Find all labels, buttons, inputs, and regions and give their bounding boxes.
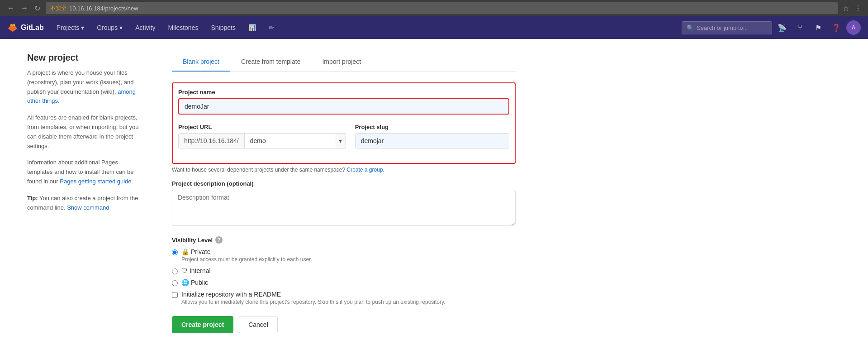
- help-icon: ❓: [832, 24, 841, 32]
- namespace-hint: Want to house several dependent projects…: [172, 167, 516, 173]
- visibility-label: Visibility Level ?: [172, 236, 516, 244]
- forward-button[interactable]: →: [19, 3, 30, 13]
- merge-requests-button[interactable]: ⑂: [792, 19, 808, 36]
- globe-icon: 🌐: [181, 279, 189, 286]
- address-bar[interactable]: 不安全 10.16.16.184/projects/new: [46, 2, 838, 14]
- visibility-internal-content: 🛡 Internal: [181, 267, 211, 274]
- readme-desc: Allows you to immediately clone this pro…: [181, 299, 445, 305]
- issues-button[interactable]: ⚑: [810, 19, 826, 36]
- visibility-public-label: 🌐 Public: [181, 279, 208, 286]
- avatar-initials: A: [852, 24, 855, 31]
- action-buttons: Create project Cancel: [172, 316, 516, 333]
- security-warning: 不安全: [50, 5, 66, 12]
- url-slug-row: Project URL http://10.16.16.184/ ▾ Proje…: [178, 124, 509, 158]
- shield-icon: 🛡: [181, 267, 188, 274]
- project-slug-input[interactable]: [355, 133, 509, 149]
- visibility-private: 🔒 Private Project access must be granted…: [172, 248, 516, 263]
- nav-projects-label: Projects: [57, 24, 80, 31]
- main-content: New project A project is where you house…: [0, 39, 868, 345]
- sidebar-description-1: A project is where you house your files …: [27, 68, 145, 106]
- readme-checkbox-row: Initialize repository with a README Allo…: [172, 291, 516, 305]
- create-group-link[interactable]: Create a group.: [346, 167, 384, 173]
- visibility-private-radio[interactable]: [172, 249, 178, 255]
- user-avatar[interactable]: A: [846, 20, 861, 35]
- gitlab-logo[interactable]: GitLab: [7, 22, 44, 33]
- visibility-public-radio[interactable]: [172, 280, 178, 286]
- nav-milestones[interactable]: Milestones: [163, 16, 204, 39]
- merge-icon: ⑂: [798, 24, 802, 32]
- lock-icon: 🔒: [181, 248, 189, 255]
- visibility-internal-radio[interactable]: [172, 268, 178, 274]
- namespace-dropdown[interactable]: ▾: [335, 133, 346, 149]
- tab-bar: Blank project Create from template Impor…: [172, 53, 516, 72]
- show-command-link[interactable]: Show command: [67, 204, 109, 211]
- visibility-internal-label: 🛡 Internal: [181, 267, 211, 274]
- extensions-button[interactable]: ⋮: [854, 3, 863, 14]
- description-input[interactable]: [172, 190, 516, 226]
- cancel-button[interactable]: Cancel: [239, 316, 278, 333]
- url-prefix: http://10.16.16.184/: [178, 133, 244, 149]
- create-project-button[interactable]: Create project: [172, 316, 233, 333]
- nav-groups-label: Groups: [97, 24, 118, 31]
- browser-actions: ☆ ⋮: [842, 3, 863, 14]
- nav-groups[interactable]: Groups ▾: [91, 16, 128, 39]
- left-sidebar: New project A project is where you house…: [27, 53, 145, 333]
- project-name-input[interactable]: [178, 98, 509, 115]
- tip-prefix: Tip:: [27, 195, 38, 201]
- visibility-private-desc: Project access must be granted explicitl…: [181, 256, 312, 263]
- tab-create-from-template[interactable]: Create from template: [230, 53, 312, 72]
- search-box[interactable]: 🔍 Search or jump to...: [682, 21, 772, 34]
- nav-snippets-label: Snippets: [211, 24, 235, 31]
- edit-icon: ✏: [269, 24, 274, 31]
- visibility-private-label: 🔒 Private: [181, 248, 312, 255]
- tab-blank-project[interactable]: Blank project: [172, 53, 230, 72]
- pages-guide-link[interactable]: Pages getting started guide: [60, 178, 131, 185]
- readme-checkbox[interactable]: [172, 292, 178, 298]
- gitlab-logo-text: GitLab: [21, 24, 44, 32]
- project-slug-label: Project slug: [355, 124, 509, 130]
- nav-right-actions: 🔍 Search or jump to... 📡 ⑂ ⚑ ❓ A: [682, 19, 861, 36]
- reload-button[interactable]: ↻: [33, 3, 42, 14]
- nav-activity[interactable]: Activity: [130, 16, 161, 39]
- highlighted-section: Project name Project URL http://10.16.16…: [172, 82, 516, 164]
- url-text: 10.16.16.184/projects/new: [69, 5, 138, 12]
- visibility-private-content: 🔒 Private Project access must be granted…: [181, 248, 312, 263]
- visibility-help-icon[interactable]: ?: [215, 236, 223, 244]
- visibility-public-content: 🌐 Public: [181, 279, 208, 286]
- back-button[interactable]: ←: [5, 3, 16, 13]
- url-namespace-input[interactable]: [244, 133, 335, 149]
- search-icon: 🔍: [687, 24, 694, 31]
- url-row: http://10.16.16.184/ ▾: [178, 133, 346, 149]
- sidebar-tip: Tip: You can also create a project from …: [27, 194, 145, 213]
- description-label: Project description (optional): [172, 180, 516, 187]
- search-placeholder: Search or jump to...: [697, 24, 748, 31]
- nav-edit[interactable]: ✏: [263, 16, 280, 39]
- nav-milestones-label: Milestones: [168, 24, 199, 31]
- tab-import-project[interactable]: Import project: [311, 53, 372, 72]
- browser-chrome: ← → ↻ 不安全 10.16.16.184/projects/new ☆ ⋮: [0, 0, 868, 16]
- nav-snippets[interactable]: Snippets: [205, 16, 241, 39]
- bookmark-button[interactable]: ☆: [842, 3, 850, 14]
- visibility-public: 🌐 Public: [172, 279, 516, 286]
- broadcast-icon: 📡: [778, 24, 787, 32]
- projects-dropdown-icon: ▾: [81, 24, 84, 31]
- analytics-icon: 📊: [248, 24, 256, 31]
- sidebar-description-3: Information about additional Pages templ…: [27, 158, 145, 186]
- nav-projects[interactable]: Projects ▾: [51, 16, 90, 39]
- project-name-group: Project name: [178, 89, 509, 115]
- visibility-section: Visibility Level ? 🔒 Private Project acc…: [172, 236, 516, 286]
- sidebar-description-2: All features are enabled for blank proje…: [27, 113, 145, 151]
- help-button[interactable]: ❓: [828, 19, 844, 36]
- browser-nav-buttons: ← → ↻: [5, 3, 42, 14]
- project-url-group: Project URL http://10.16.16.184/ ▾: [178, 124, 346, 149]
- nav-analytics[interactable]: 📊: [243, 16, 261, 39]
- project-url-label: Project URL: [178, 124, 346, 130]
- readme-label: Initialize repository with a README: [181, 291, 445, 298]
- project-slug-group: Project slug: [355, 124, 509, 149]
- issues-icon: ⚑: [815, 24, 821, 32]
- gitlab-navbar: GitLab Projects ▾ Groups ▾ Activity Mile…: [0, 16, 868, 39]
- page-title: New project: [27, 53, 145, 63]
- form-area: Blank project Create from template Impor…: [172, 53, 516, 333]
- nav-activity-label: Activity: [135, 24, 155, 31]
- broadcast-button[interactable]: 📡: [774, 19, 790, 36]
